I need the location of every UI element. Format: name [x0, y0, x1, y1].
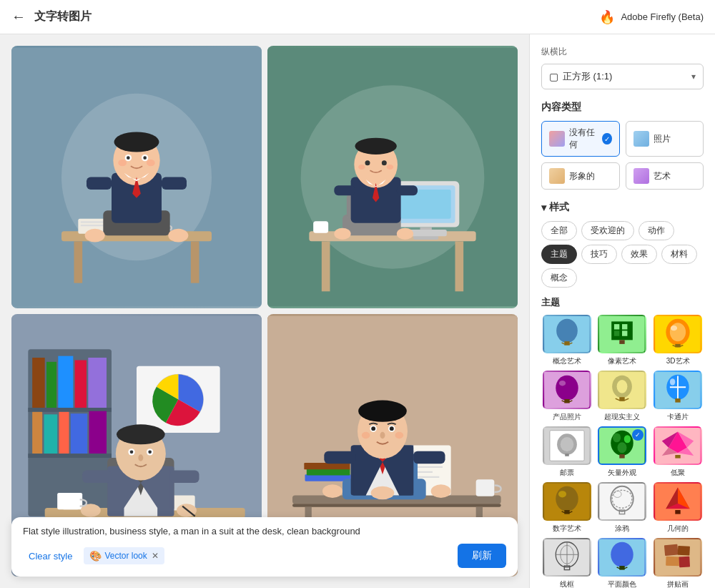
svg-point-85: [130, 451, 134, 454]
theme-low-poly[interactable]: 低聚: [652, 426, 704, 478]
svg-rect-52: [313, 221, 328, 232]
svg-rect-142: [620, 340, 625, 344]
svg-rect-89: [170, 471, 199, 484]
svg-point-149: [556, 376, 578, 401]
svg-point-43: [382, 160, 387, 165]
svg-point-146: [671, 325, 677, 330]
svg-rect-201: [664, 544, 679, 556]
svg-point-126: [362, 432, 370, 438]
content-type-none-label: 没有任何: [569, 127, 598, 151]
ratio-chevron-icon: ▾: [691, 72, 696, 82]
svg-point-145: [670, 323, 686, 341]
images-panel: Flat style illustration, business style,…: [0, 34, 529, 588]
theme-3d-art[interactable]: 3D艺术: [652, 315, 704, 366]
svg-point-180: [558, 491, 566, 497]
theme-vector[interactable]: ✓ 矢量外观: [597, 426, 649, 478]
theme-collage[interactable]: 拼贴画: [652, 538, 704, 588]
theme-stamp[interactable]: 邮票: [541, 426, 593, 478]
svg-rect-190: [675, 510, 680, 514]
theme-flat-color-label: 平面颜色: [608, 579, 636, 588]
content-type-none[interactable]: 没有任何 ✓: [541, 121, 620, 157]
content-type-graphic-label: 形象的: [569, 170, 595, 182]
theme-digital-art-label: 数字艺术: [553, 524, 581, 534]
style-tab-all[interactable]: 全部: [541, 221, 577, 240]
style-tab-popular[interactable]: 受欢迎的: [581, 221, 634, 240]
svg-rect-22: [87, 177, 112, 190]
content-type-none-check: ✓: [602, 133, 611, 144]
ratio-select[interactable]: ▢ 正方形 (1:1) ▾: [541, 64, 704, 89]
prompt-text: Flat style illustration, business style,…: [23, 526, 506, 536]
generated-image-1[interactable]: [11, 46, 262, 308]
theme-cartoon-label: 卡通片: [667, 412, 689, 422]
content-type-art[interactable]: 艺术: [626, 162, 704, 190]
tag-icon: 🎨: [89, 550, 102, 562]
theme-pixel-art[interactable]: 像素艺术: [597, 315, 649, 366]
svg-rect-62: [44, 414, 58, 454]
svg-rect-66: [28, 454, 112, 458]
svg-point-131: [431, 484, 451, 498]
svg-point-50: [334, 228, 350, 240]
theme-flat-color[interactable]: 平面颜色: [597, 538, 649, 588]
theme-concept-art[interactable]: 概念艺术: [541, 315, 593, 366]
style-tab-material[interactable]: 材料: [661, 245, 697, 264]
prompt-actions: Clear style 🎨 Vector look ✕ 刷新: [23, 544, 506, 568]
svg-point-13: [114, 132, 159, 152]
svg-point-198: [611, 542, 633, 567]
theme-vector-thumb: ✓: [598, 426, 646, 465]
app-title: 文字转图片: [34, 9, 92, 24]
theme-concept-art-thumb: [543, 315, 591, 353]
svg-point-120: [358, 401, 407, 422]
generated-image-2[interactable]: [267, 46, 518, 308]
svg-rect-101: [307, 469, 350, 475]
svg-point-168: [624, 435, 631, 443]
clear-style-button[interactable]: Clear style: [23, 548, 78, 564]
content-type-photo[interactable]: 照片: [626, 121, 704, 157]
theme-pixel-art-label: 像素艺术: [608, 356, 636, 366]
style-tab-theme[interactable]: 主题: [541, 245, 577, 264]
theme-product-photo[interactable]: 产品照片: [541, 371, 593, 422]
svg-point-167: [613, 433, 621, 442]
style-tab-skill[interactable]: 技巧: [581, 245, 617, 264]
svg-rect-63: [59, 412, 69, 454]
refresh-button[interactable]: 刷新: [458, 544, 506, 568]
svg-rect-56: [46, 362, 56, 408]
theme-surrealism[interactable]: 超现实主义: [597, 371, 649, 422]
svg-rect-202: [678, 546, 690, 556]
content-type-title: 内容类型: [541, 101, 704, 114]
svg-point-132: [371, 486, 395, 500]
svg-rect-204: [679, 557, 691, 568]
back-icon: ←: [11, 9, 26, 24]
svg-point-82: [117, 424, 165, 444]
style-section-title: ▾ 样式: [541, 201, 704, 214]
theme-wireframe[interactable]: 线框: [541, 538, 593, 588]
theme-collage-label: 拼贴画: [667, 579, 689, 588]
theme-cartoon[interactable]: 卡通片: [652, 371, 704, 422]
content-type-none-icon: [549, 131, 565, 147]
style-tab-effect[interactable]: 效果: [621, 245, 657, 264]
theme-sketch[interactable]: 涂鸦: [597, 482, 649, 534]
content-type-graphic[interactable]: 形象的: [541, 162, 620, 190]
theme-digital-art[interactable]: 数字艺术: [541, 482, 593, 534]
collapse-icon[interactable]: ▾: [541, 202, 546, 213]
back-button[interactable]: ←: [11, 9, 26, 25]
images-grid: [11, 46, 518, 577]
style-tabs: 全部 受欢迎的 动作 主题 技巧 效果 材料 概念: [541, 221, 704, 288]
theme-wireframe-thumb: [543, 538, 591, 577]
style-tab-concept[interactable]: 概念: [541, 268, 577, 288]
svg-point-45: [387, 165, 393, 170]
svg-rect-88: [82, 471, 112, 484]
content-type-grid: 没有任何 ✓ 照片 形象的 艺术: [541, 121, 704, 190]
svg-point-17: [143, 156, 147, 160]
style-tab-motion[interactable]: 动作: [638, 221, 674, 240]
remove-tag-button[interactable]: ✕: [152, 551, 159, 561]
svg-point-123: [371, 426, 375, 431]
svg-point-86: [148, 451, 152, 454]
theme-3d-art-label: 3D艺术: [666, 356, 690, 366]
svg-point-169: [618, 442, 627, 453]
theme-pixel-art-thumb: [598, 315, 646, 353]
settings-panel: 纵横比 ▢ 正方形 (1:1) ▾ 内容类型 没有任何 ✓ 照片 形象的: [529, 34, 715, 588]
theme-digital-art-thumb: [543, 482, 591, 521]
theme-geometric[interactable]: 几何的: [652, 482, 704, 534]
svg-point-51: [397, 228, 413, 240]
theme-cartoon-thumb: [654, 371, 702, 409]
